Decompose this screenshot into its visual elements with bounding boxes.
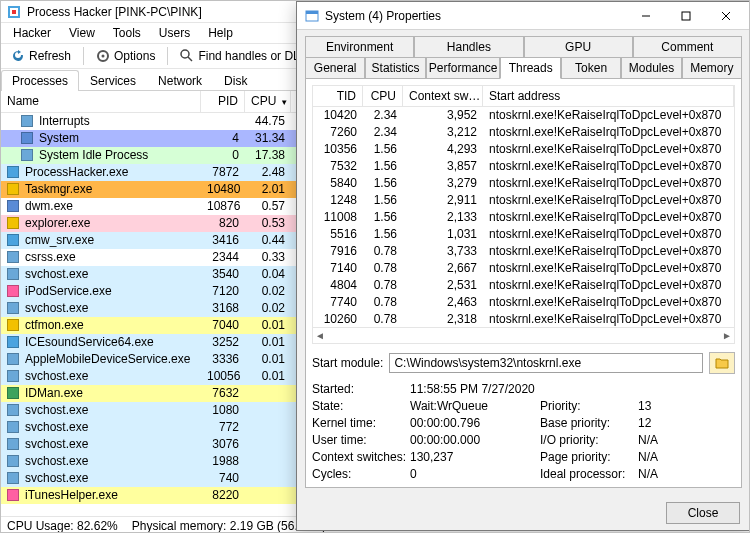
cycles-label: Cycles: — [312, 467, 400, 481]
thread-row[interactable]: 75321.563,857ntoskrnl.exe!KeRaiseIrqlToD… — [313, 158, 734, 175]
tab-memory[interactable]: Memory — [682, 57, 742, 79]
process-name-cell: csrss.exe — [1, 249, 201, 266]
process-cpu: 44.75 — [245, 113, 291, 130]
col-cpu[interactable]: CPU — [245, 91, 291, 112]
tab-environment[interactable]: Environment — [305, 36, 414, 58]
tab-network[interactable]: Network — [147, 70, 213, 91]
col-context-switches[interactable]: Context sw — [403, 86, 483, 106]
state-label: State: — [312, 399, 400, 413]
refresh-button[interactable]: Refresh — [5, 47, 77, 65]
thread-tid: 7916 — [313, 243, 363, 260]
thread-row[interactable]: 71400.782,667ntoskrnl.exe!KeRaiseIrqlToD… — [313, 260, 734, 277]
tab-services[interactable]: Services — [79, 70, 147, 91]
process-name-cell: explorer.exe — [1, 215, 201, 232]
thread-row[interactable]: 55161.561,031ntoskrnl.exe!KeRaiseIrqlToD… — [313, 226, 734, 243]
app-icon — [7, 5, 21, 19]
thread-row[interactable]: 102600.782,318ntoskrnl.exe!KeRaiseIrqlTo… — [313, 311, 734, 328]
menu-hacker[interactable]: Hacker — [5, 25, 59, 41]
thread-list[interactable]: 104202.343,952ntoskrnl.exe!KeRaiseIrqlTo… — [312, 107, 735, 328]
thread-addr: ntoskrnl.exe!KeRaiseIrqlToDpcLevel+0x870 — [483, 260, 734, 277]
open-folder-button[interactable] — [709, 352, 735, 374]
col-tid[interactable]: TID — [313, 86, 363, 106]
tab-token[interactable]: Token — [561, 57, 621, 79]
process-pid: 10056 — [201, 368, 245, 385]
ideal-processor-value: N/A — [638, 467, 678, 481]
thread-row[interactable]: 79160.783,733ntoskrnl.exe!KeRaiseIrqlToD… — [313, 243, 734, 260]
process-name: AppleMobileDeviceService.exe — [25, 351, 190, 368]
tab-disk[interactable]: Disk — [213, 70, 258, 91]
process-name: System — [39, 130, 79, 147]
tab-performance[interactable]: Performance — [426, 57, 501, 79]
process-pid: 7040 — [201, 317, 245, 334]
thread-cpu: 0.78 — [363, 311, 403, 328]
process-name-cell: ICEsoundService64.exe — [1, 334, 201, 351]
thread-cpu: 1.56 — [363, 209, 403, 226]
process-name: Taskmgr.exe — [25, 181, 92, 198]
menu-view[interactable]: View — [61, 25, 103, 41]
dialog-titlebar[interactable]: System (4) Properties — [297, 2, 750, 30]
thread-csw: 2,463 — [403, 294, 483, 311]
thread-row[interactable]: 58401.563,279ntoskrnl.exe!KeRaiseIrqlToD… — [313, 175, 734, 192]
tab-handles[interactable]: Handles — [414, 36, 523, 58]
thread-row[interactable]: 110081.562,133ntoskrnl.exe!KeRaiseIrqlTo… — [313, 209, 734, 226]
col-thread-cpu[interactable]: CPU — [363, 86, 403, 106]
process-pid: 3416 — [201, 232, 245, 249]
svg-rect-2 — [12, 10, 16, 14]
close-button[interactable]: Close — [666, 502, 740, 524]
process-name-cell: AppleMobileDeviceService.exe — [1, 351, 201, 368]
options-button[interactable]: Options — [90, 47, 161, 65]
process-name-cell: svchost.exe — [1, 368, 201, 385]
process-icon — [7, 387, 21, 401]
process-name: IDMan.exe — [25, 385, 83, 402]
process-icon — [7, 404, 21, 418]
process-pid: 4 — [201, 130, 245, 147]
thread-cpu: 0.78 — [363, 260, 403, 277]
thread-row[interactable]: 12481.562,911ntoskrnl.exe!KeRaiseIrqlToD… — [313, 192, 734, 209]
col-start-address[interactable]: Start address — [483, 86, 734, 106]
thread-csw: 2,911 — [403, 192, 483, 209]
col-pid[interactable]: PID — [201, 91, 245, 112]
refresh-icon — [11, 49, 25, 63]
dialog-footer: Close — [297, 496, 750, 530]
col-name[interactable]: Name — [1, 91, 201, 112]
base-priority-value: 12 — [638, 416, 678, 430]
horizontal-scrollbar[interactable]: ◄► — [312, 328, 735, 344]
thread-addr: ntoskrnl.exe!KeRaiseIrqlToDpcLevel+0x870 — [483, 226, 734, 243]
process-pid: 7120 — [201, 283, 245, 300]
thread-row[interactable]: 77400.782,463ntoskrnl.exe!KeRaiseIrqlToD… — [313, 294, 734, 311]
status-cpu: CPU Usage: 82.62% — [7, 519, 118, 532]
tab-processes[interactable]: Processes — [1, 70, 79, 91]
process-name-cell: svchost.exe — [1, 470, 201, 487]
minimize-button[interactable] — [626, 2, 666, 29]
tab-comment[interactable]: Comment — [633, 36, 742, 58]
thread-row[interactable]: 104202.343,952ntoskrnl.exe!KeRaiseIrqlTo… — [313, 107, 734, 124]
process-pid: 820 — [201, 215, 245, 232]
thread-addr: ntoskrnl.exe!KeRaiseIrqlToDpcLevel+0x870 — [483, 175, 734, 192]
process-icon — [7, 302, 21, 316]
thread-tid: 11008 — [313, 209, 363, 226]
menu-tools[interactable]: Tools — [105, 25, 149, 41]
priority-value: 13 — [638, 399, 678, 413]
maximize-button[interactable] — [666, 2, 706, 29]
process-name-cell: ProcessHacker.exe — [1, 164, 201, 181]
process-pid: 3252 — [201, 334, 245, 351]
thread-row[interactable]: 48040.782,531ntoskrnl.exe!KeRaiseIrqlToD… — [313, 277, 734, 294]
tab-threads[interactable]: Threads — [500, 57, 560, 79]
thread-row[interactable]: 103561.564,293ntoskrnl.exe!KeRaiseIrqlTo… — [313, 141, 734, 158]
tab-modules[interactable]: Modules — [621, 57, 681, 79]
process-cpu: 0.04 — [245, 266, 291, 283]
tab-statistics[interactable]: Statistics — [365, 57, 425, 79]
thread-row[interactable]: 72602.343,212ntoskrnl.exe!KeRaiseIrqlToD… — [313, 124, 734, 141]
process-pid: 10480 — [201, 181, 245, 198]
tab-gpu[interactable]: GPU — [524, 36, 633, 58]
context-switches-label: Context switches: — [312, 450, 400, 464]
process-pid: 2344 — [201, 249, 245, 266]
tab-general[interactable]: General — [305, 57, 365, 79]
menu-users[interactable]: Users — [151, 25, 198, 41]
close-window-button[interactable] — [706, 2, 746, 29]
process-cpu: 0.02 — [245, 300, 291, 317]
thread-addr: ntoskrnl.exe!KeRaiseIrqlToDpcLevel+0x870 — [483, 294, 734, 311]
start-module-field[interactable] — [389, 353, 703, 373]
menu-help[interactable]: Help — [200, 25, 241, 41]
process-cpu: 0.33 — [245, 249, 291, 266]
